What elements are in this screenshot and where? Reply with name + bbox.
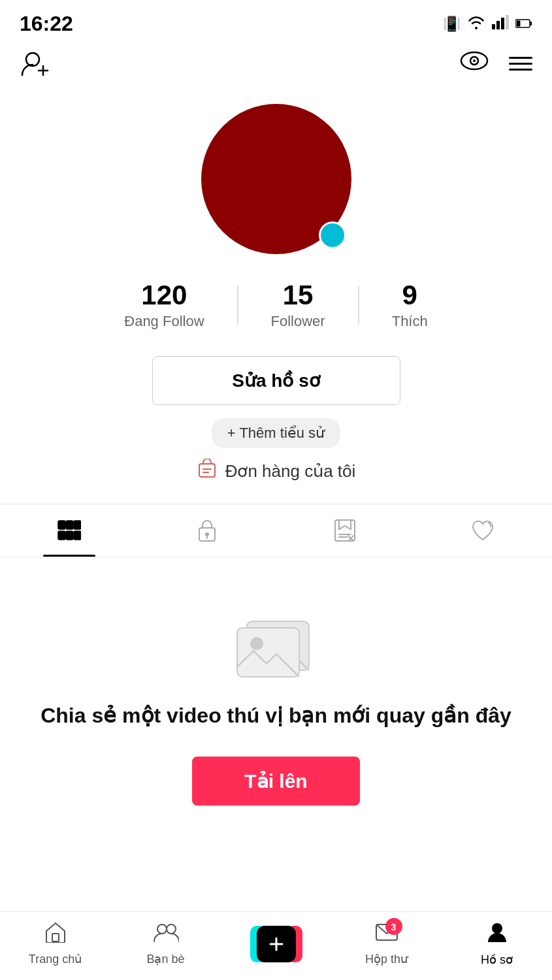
likes-count: 9 bbox=[402, 280, 417, 310]
menu-button[interactable] bbox=[509, 57, 532, 71]
add-user-button[interactable] bbox=[20, 49, 51, 78]
followers-count: 15 bbox=[283, 280, 314, 310]
empty-text: Chia sẻ một video thú vị bạn mới quay gầ… bbox=[41, 701, 511, 730]
svg-rect-5 bbox=[530, 22, 532, 25]
menu-line bbox=[509, 57, 532, 59]
svg-rect-16 bbox=[74, 521, 81, 529]
add-bio-button[interactable]: + Thêm tiểu sử bbox=[212, 418, 340, 448]
svg-rect-32 bbox=[52, 934, 59, 941]
svg-rect-19 bbox=[74, 531, 81, 540]
stat-following[interactable]: 120 Đang Follow bbox=[91, 280, 236, 330]
status-time: 16:22 bbox=[20, 12, 73, 36]
orders-text: Đơn hàng của tôi bbox=[225, 461, 356, 482]
nav-home-label: Trang chủ bbox=[29, 952, 82, 966]
nav-profile-label: Hồ sơ bbox=[481, 953, 513, 967]
orders-icon bbox=[197, 459, 218, 484]
menu-line bbox=[509, 69, 532, 71]
svg-rect-15 bbox=[66, 521, 73, 529]
svg-point-33 bbox=[157, 924, 167, 934]
empty-icon bbox=[231, 610, 322, 681]
orders-row[interactable]: Đơn hàng của tôi bbox=[0, 459, 552, 484]
eye-button[interactable] bbox=[459, 50, 489, 78]
tab-videos[interactable] bbox=[0, 504, 138, 557]
avatar-section bbox=[0, 91, 552, 274]
tab-bar bbox=[0, 504, 552, 557]
status-bar: 16:22 📳 bbox=[0, 0, 552, 42]
edit-profile-button[interactable]: Sửa hồ sơ bbox=[152, 356, 400, 405]
vibrate-icon: 📳 bbox=[443, 16, 461, 33]
stat-likes[interactable]: 9 Thích bbox=[359, 280, 461, 330]
svg-rect-6 bbox=[517, 20, 521, 26]
svg-rect-17 bbox=[58, 531, 65, 540]
svg-rect-0 bbox=[492, 24, 495, 29]
svg-rect-3 bbox=[506, 15, 509, 29]
svg-rect-14 bbox=[58, 521, 65, 529]
nav-right bbox=[459, 50, 532, 78]
status-icons: 📳 bbox=[443, 15, 532, 33]
followers-label: Follower bbox=[271, 313, 325, 330]
home-icon bbox=[44, 922, 67, 948]
nav-inbox-label: Hộp thư bbox=[365, 952, 408, 966]
svg-point-31 bbox=[250, 637, 263, 650]
friends-icon bbox=[153, 922, 179, 948]
nav-profile[interactable]: Hồ sơ bbox=[458, 921, 536, 967]
avatar-wrapper bbox=[201, 104, 351, 254]
nav-inbox[interactable]: 3 Hộp thư bbox=[348, 922, 426, 966]
tab-private[interactable] bbox=[138, 504, 276, 557]
nav-create[interactable] bbox=[237, 926, 316, 962]
following-label: Đang Follow bbox=[124, 313, 204, 330]
menu-line bbox=[509, 63, 532, 65]
stat-followers[interactable]: 15 Follower bbox=[238, 280, 358, 330]
svg-point-12 bbox=[473, 59, 476, 62]
svg-rect-1 bbox=[496, 21, 500, 29]
following-count: 120 bbox=[141, 280, 187, 310]
svg-point-34 bbox=[167, 924, 176, 934]
tab-saved[interactable] bbox=[276, 504, 414, 557]
upload-button[interactable]: Tải lên bbox=[192, 757, 359, 806]
inbox-wrapper: 3 bbox=[375, 922, 398, 948]
avatar-badge bbox=[319, 221, 346, 249]
svg-point-38 bbox=[492, 923, 502, 934]
svg-rect-2 bbox=[501, 18, 504, 29]
likes-label: Thích bbox=[392, 313, 428, 330]
stats-section: 120 Đang Follow 15 Follower 9 Thích bbox=[0, 274, 552, 350]
bottom-nav: Trang chủ Bạn bè bbox=[0, 911, 552, 980]
profile-icon bbox=[487, 921, 507, 949]
svg-rect-30 bbox=[237, 628, 299, 677]
nav-home[interactable]: Trang chủ bbox=[16, 922, 95, 966]
signal-icon bbox=[492, 15, 509, 33]
inbox-badge: 3 bbox=[385, 918, 402, 935]
nav-friends[interactable]: Bạn bè bbox=[127, 922, 205, 966]
top-nav bbox=[0, 42, 552, 91]
battery-icon bbox=[515, 16, 532, 33]
nav-friends-label: Bạn bè bbox=[146, 952, 184, 966]
empty-section: Chia sẻ một video thú vị bạn mới quay gầ… bbox=[0, 557, 552, 832]
tab-liked[interactable] bbox=[414, 504, 552, 557]
svg-rect-13 bbox=[199, 464, 215, 477]
wifi-icon bbox=[467, 15, 485, 33]
svg-rect-18 bbox=[66, 531, 73, 540]
